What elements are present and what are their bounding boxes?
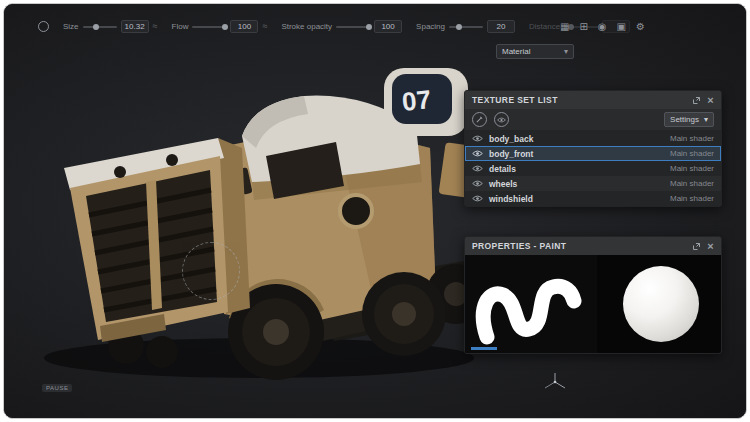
eye-icon[interactable] xyxy=(472,165,483,172)
material-sphere-preview[interactable] xyxy=(623,266,699,342)
flow-slider[interactable] xyxy=(192,26,226,28)
properties-paint-header[interactable]: PROPERTIES - PAINT × xyxy=(465,237,721,255)
gear-icon[interactable]: ⚙ xyxy=(636,22,645,32)
viewport-3d-model[interactable]: 07 xyxy=(4,56,474,391)
panel-icon[interactable]: ▣ xyxy=(617,22,626,32)
viewport-toolbar: ▦ ⊞ ◉ ▣ ⚙ xyxy=(560,22,645,32)
paint-filter-icon[interactable] xyxy=(472,112,487,127)
brush-toolbar: Size 10.32 ≈ Flow 100 ≈ Stroke opacity 1… xyxy=(38,20,630,33)
truck-number: 07 xyxy=(400,84,432,117)
size-label: Size xyxy=(63,22,79,31)
eye-icon[interactable] xyxy=(472,180,483,187)
flow-value[interactable]: 100 xyxy=(230,20,258,33)
eye-icon[interactable] xyxy=(472,135,483,142)
size-slider[interactable] xyxy=(83,26,117,28)
status-chip[interactable]: PAUSE xyxy=(42,384,72,392)
texture-set-rows: body_back Main shader body_front Main sh… xyxy=(465,131,721,206)
stroke-opacity-value[interactable]: 100 xyxy=(374,20,402,33)
flow-control: Flow 100 ≈ xyxy=(172,20,268,33)
visibility-filter-icon[interactable] xyxy=(494,112,509,127)
pressure-icon[interactable]: ≈ xyxy=(153,22,158,31)
brush-cursor xyxy=(182,242,240,300)
texture-set-list-panel: TEXTURE SET LIST × Settings ▾ body_back xyxy=(464,90,722,207)
texture-set-list-header[interactable]: TEXTURE SET LIST × xyxy=(465,91,721,109)
texture-set-name: body_front xyxy=(489,149,533,159)
chevron-down-icon: ▾ xyxy=(564,47,568,56)
stroke-opacity-label: Stroke opacity xyxy=(281,22,332,31)
shader-label: Main shader xyxy=(670,149,714,158)
brush-tip-icon[interactable] xyxy=(38,21,49,32)
size-control: Size 10.32 ≈ xyxy=(63,20,158,33)
close-icon[interactable]: × xyxy=(707,241,714,252)
panel-title: PROPERTIES - PAINT xyxy=(472,241,566,251)
app-window: 07 xyxy=(3,3,747,419)
close-icon[interactable]: × xyxy=(707,95,714,106)
spacing-slider[interactable] xyxy=(449,26,483,28)
distance-label: Distance xyxy=(529,22,560,31)
texture-set-name: details xyxy=(489,164,516,174)
settings-label: Settings xyxy=(670,115,699,124)
brush-preview-area xyxy=(465,255,721,353)
texture-set-row-selected[interactable]: body_front Main shader xyxy=(465,146,721,161)
undock-icon[interactable] xyxy=(692,242,701,251)
shader-label: Main shader xyxy=(670,134,714,143)
material-mode-label: Material xyxy=(502,47,530,56)
chevron-down-icon: ▾ xyxy=(704,115,708,124)
shader-label: Main shader xyxy=(670,179,714,188)
brush-stroke-preview xyxy=(473,259,593,349)
shader-label: Main shader xyxy=(670,194,714,203)
texture-set-row[interactable]: body_back Main shader xyxy=(465,131,721,146)
grid-icon[interactable]: ▦ xyxy=(560,22,569,32)
spacing-control: Spacing 20 xyxy=(416,20,515,33)
panel-title: TEXTURE SET LIST xyxy=(472,95,558,105)
spacing-value[interactable]: 20 xyxy=(487,20,515,33)
size-value[interactable]: 10.32 xyxy=(121,20,149,33)
shader-label: Main shader xyxy=(670,164,714,173)
texture-set-row[interactable]: details Main shader xyxy=(465,161,721,176)
sphere-view-icon[interactable]: ◉ xyxy=(598,22,607,32)
texture-set-toolbar: Settings ▾ xyxy=(465,109,721,131)
stroke-opacity-control: Stroke opacity 100 xyxy=(281,20,402,33)
eye-icon[interactable] xyxy=(472,195,483,202)
texture-set-name: windshield xyxy=(489,194,533,204)
undock-icon[interactable] xyxy=(692,96,701,105)
stroke-opacity-slider[interactable] xyxy=(336,26,370,28)
eye-icon[interactable] xyxy=(472,150,483,157)
flow-label: Flow xyxy=(172,22,189,31)
properties-paint-panel: PROPERTIES - PAINT × xyxy=(464,236,722,354)
texture-set-row[interactable]: windshield Main shader xyxy=(465,191,721,206)
texture-set-name: wheels xyxy=(489,179,517,189)
texture-set-row[interactable]: wheels Main shader xyxy=(465,176,721,191)
split-view-icon[interactable]: ⊞ xyxy=(579,22,587,32)
pressure-icon[interactable]: ≈ xyxy=(262,22,267,31)
spacing-label: Spacing xyxy=(416,22,445,31)
axis-gizmo-icon xyxy=(541,370,569,394)
material-mode-dropdown[interactable]: Material ▾ xyxy=(496,44,574,59)
viewport-3d[interactable]: 07 xyxy=(4,4,746,418)
scroll-indicator[interactable] xyxy=(471,347,497,350)
settings-dropdown[interactable]: Settings ▾ xyxy=(664,112,714,127)
texture-set-name: body_back xyxy=(489,134,533,144)
